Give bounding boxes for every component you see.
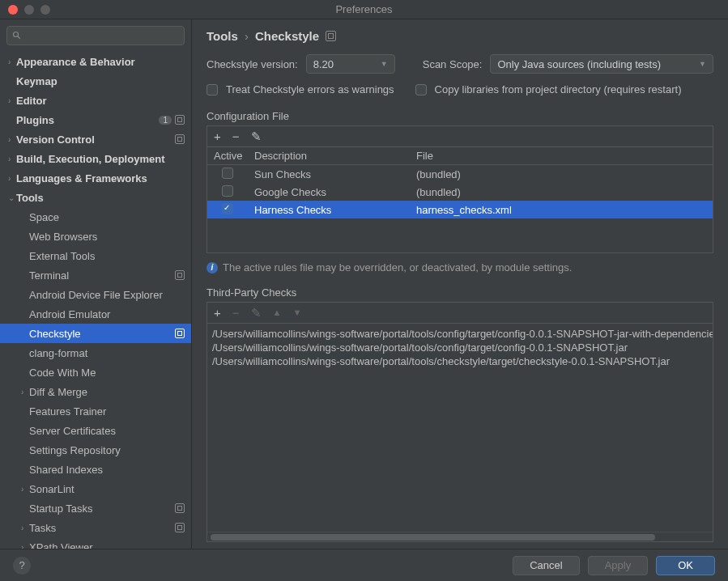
list-item[interactable]: /Users/williamcollins/wings-software/por…	[207, 327, 713, 341]
sidebar-item-label: Version Control	[16, 134, 175, 146]
sidebar-item[interactable]: Shared Indexes	[0, 460, 191, 479]
search-icon	[12, 31, 22, 40]
info-row: i The active rules file may be overridde…	[206, 261, 713, 274]
svg-line-1	[18, 36, 20, 39]
sidebar-item-label: XPath Viewer	[29, 541, 185, 549]
sidebar-item[interactable]: Startup Tasks	[0, 498, 191, 518]
sidebar-item[interactable]: Code With Me	[0, 363, 191, 382]
titlebar: Preferences	[0, 0, 728, 19]
gear-icon[interactable]	[326, 31, 336, 41]
version-select[interactable]: 8.20 ▼	[306, 54, 395, 74]
list-item[interactable]: /Users/williamcollins/wings-software/por…	[207, 341, 713, 354]
footer: ? Cancel Apply OK	[0, 549, 728, 581]
sidebar-item[interactable]: Plugins1	[0, 110, 191, 129]
sidebar-item[interactable]: ›Build, Execution, Deployment	[0, 149, 191, 168]
expand-arrow-icon: ›	[21, 524, 29, 532]
sidebar-item-label: Build, Execution, Deployment	[16, 153, 185, 165]
sidebar-item[interactable]: ›Languages & Frameworks	[0, 168, 191, 188]
sidebar-item[interactable]: Android Emulator	[0, 304, 191, 324]
help-button[interactable]: ?	[13, 557, 31, 575]
sidebar-item[interactable]: External Tools	[0, 246, 191, 265]
copylibs-label: Copy libraries from project directory (r…	[435, 83, 682, 95]
sidebar-item-label: Checkstyle	[29, 328, 175, 340]
file-cell: harness_checks.xml	[410, 204, 713, 216]
chevron-down-icon: ▼	[699, 60, 706, 68]
sidebar-item[interactable]: ›Diff & Merge	[0, 382, 191, 401]
config-file-title: Configuration File	[206, 110, 713, 122]
sidebar-item[interactable]: ›Tasks	[0, 518, 191, 537]
expand-arrow-icon: ›	[8, 96, 16, 105]
sidebar-item[interactable]: ›SonarLint	[0, 479, 191, 498]
table-row[interactable]: Google Checks(bundled)	[207, 183, 713, 201]
sidebar-item-label: Features Trainer	[29, 405, 185, 418]
edit-button: ✎	[251, 307, 262, 319]
cancel-button[interactable]: Cancel	[513, 556, 579, 575]
breadcrumb-root: Tools	[206, 29, 238, 43]
active-checkbox[interactable]	[222, 203, 233, 214]
sidebar-item-label: Terminal	[29, 269, 175, 282]
active-checkbox[interactable]	[222, 168, 233, 179]
expand-arrow-icon: ⌄	[8, 193, 16, 202]
settings-tree: ›Appearance & BehaviorKeymap›EditorPlugi…	[0, 52, 191, 549]
file-cell: (bundled)	[410, 186, 713, 198]
expand-arrow-icon: ›	[8, 57, 16, 66]
sidebar-item-label: Settings Repository	[29, 444, 185, 456]
window-title: Preferences	[0, 3, 728, 15]
expand-arrow-icon: ›	[8, 155, 16, 163]
table-header: Active Description File	[207, 147, 713, 165]
add-button[interactable]: +	[214, 130, 221, 142]
search-input[interactable]	[6, 26, 185, 45]
gear-icon	[175, 523, 185, 532]
scope-select[interactable]: Only Java sources (including tests) ▼	[490, 54, 713, 74]
ok-button[interactable]: OK	[656, 556, 715, 575]
sidebar-item[interactable]: ›Appearance & Behavior	[0, 52, 191, 71]
breadcrumb-sep: ›	[245, 29, 249, 43]
sidebar-item[interactable]: Web Browsers	[0, 227, 191, 246]
sidebar-item-label: Startup Tasks	[29, 503, 175, 515]
gear-icon	[175, 134, 185, 144]
expand-arrow-icon: ›	[8, 135, 16, 144]
table-row[interactable]: Harness Checksharness_checks.xml	[207, 201, 713, 218]
sidebar-item[interactable]: Features Trainer	[0, 401, 191, 421]
horizontal-scrollbar[interactable]	[207, 532, 713, 541]
remove-button[interactable]: −	[232, 130, 240, 142]
sidebar-item[interactable]: clang-format	[0, 343, 191, 363]
warnings-checkbox[interactable]	[206, 84, 218, 95]
sidebar-item[interactable]: Server Certificates	[0, 421, 191, 440]
sidebar-item[interactable]: Keymap	[0, 71, 191, 91]
table-row[interactable]: Sun Checks(bundled)	[207, 165, 713, 183]
copylibs-checkbox[interactable]	[415, 84, 427, 95]
sidebar-item[interactable]: ›Version Control	[0, 129, 191, 149]
sidebar-item-label: Editor	[16, 95, 185, 107]
desc-cell: Google Checks	[248, 186, 410, 198]
sidebar-item[interactable]: ⌄Tools	[0, 188, 191, 207]
active-checkbox[interactable]	[222, 185, 233, 197]
sidebar-item[interactable]: ›XPath Viewer	[0, 537, 191, 549]
breadcrumb: Tools › Checkstyle	[206, 29, 713, 43]
sidebar-item[interactable]: ›Editor	[0, 91, 191, 110]
edit-button[interactable]: ✎	[251, 130, 262, 142]
sidebar-item-label: External Tools	[29, 250, 185, 262]
expand-arrow-icon: ›	[8, 174, 16, 183]
sidebar-item-label: Web Browsers	[29, 231, 185, 243]
sidebar-item-label: Appearance & Behavior	[16, 56, 185, 68]
sidebar-item-label: Android Emulator	[29, 308, 185, 320]
sidebar-item[interactable]: Android Device File Explorer	[0, 285, 191, 304]
content-panel: Tools › Checkstyle Checkstyle version: 8…	[192, 19, 728, 549]
move-down-button: ▼	[292, 308, 301, 317]
gear-icon	[175, 115, 185, 125]
version-label: Checkstyle version:	[206, 58, 298, 70]
desc-cell: Sun Checks	[248, 168, 410, 180]
sidebar-item[interactable]: Terminal	[0, 265, 191, 285]
sidebar-item[interactable]: Space	[0, 207, 191, 227]
thirdparty-title: Third-Party Checks	[206, 286, 713, 299]
sidebar-item-label: Tasks	[29, 522, 175, 534]
apply-button[interactable]: Apply	[588, 556, 649, 575]
sidebar-item-label: Languages & Frameworks	[16, 172, 185, 184]
sidebar-item[interactable]: Checkstyle	[0, 324, 191, 343]
add-button[interactable]: +	[214, 307, 221, 319]
sidebar: ›Appearance & BehaviorKeymap›EditorPlugi…	[0, 19, 192, 549]
sidebar-item-label: Shared Indexes	[29, 464, 185, 476]
list-item[interactable]: /Users/williamcollins/wings-software/por…	[207, 354, 713, 368]
sidebar-item[interactable]: Settings Repository	[0, 440, 191, 460]
